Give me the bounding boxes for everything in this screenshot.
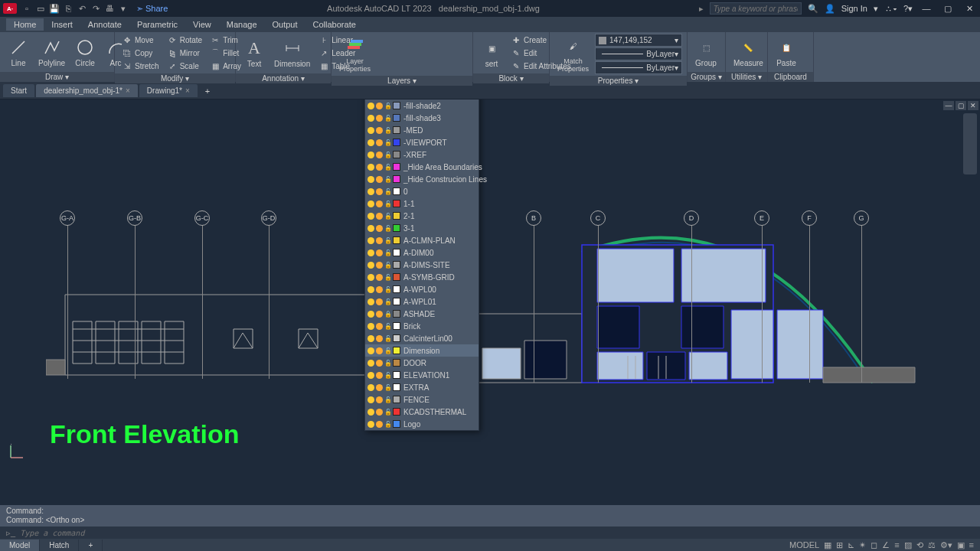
layer-row[interactable]: 🔓A-SYMB-GRID — [365, 271, 479, 283]
layer-row[interactable]: 🔓-XREF — [365, 148, 479, 161]
layer-row[interactable]: 🔓3-1 — [365, 222, 479, 234]
tab-parametric[interactable]: Parametric — [129, 18, 185, 31]
scale-button[interactable]: ⤢Scale — [165, 60, 204, 72]
close-icon[interactable]: × — [126, 86, 130, 95]
file-tab-dealership[interactable]: dealership_mod_obj-1*× — [36, 84, 138, 97]
close-button[interactable]: ✕ — [962, 3, 977, 14]
autodesk-icon[interactable]: ⛬▾ — [884, 4, 897, 13]
polar-toggle-icon[interactable]: ✴ — [859, 540, 866, 550]
line-button[interactable]: Line — [5, 35, 32, 69]
drawing-canvas[interactable]: — ▢ ✕ — [0, 99, 980, 505]
layer-row[interactable]: 🔓-VIEWPORT — [365, 136, 479, 148]
layer-row[interactable]: 🔓A-DIMS-SITE — [365, 259, 479, 271]
app-icon[interactable]: A· — [3, 3, 17, 14]
panel-properties-title[interactable]: Properties ▾ — [550, 76, 687, 86]
close-icon[interactable]: × — [185, 86, 190, 95]
dimension-button[interactable]: Dimension — [271, 36, 313, 70]
panel-layers-title[interactable]: Layers ▾ — [332, 76, 472, 86]
save-icon[interactable]: 💾 — [49, 3, 60, 14]
lineweight-toggle-icon[interactable]: ≡ — [894, 540, 899, 549]
tab-collaborate[interactable]: Collaborate — [305, 18, 364, 31]
search-input[interactable] — [710, 2, 802, 15]
layer-properties-button[interactable]: Layer Properties — [336, 34, 374, 74]
layer-row[interactable]: 🔓2-1 — [365, 210, 479, 222]
vp-minimize-icon[interactable]: — — [943, 101, 954, 110]
layer-row[interactable]: 🔓CalcinterLin00 — [365, 332, 479, 344]
vp-maximize-icon[interactable]: ▢ — [956, 101, 966, 110]
file-tab-drawing1[interactable]: Drawing1*× — [139, 84, 198, 97]
rotate-button[interactable]: ⟳Rotate — [165, 34, 204, 46]
layer-row[interactable]: 🔓EXTRA — [365, 381, 479, 393]
lineweight-dropdown[interactable]: ByLayer▾ — [595, 61, 682, 74]
panel-annotation-title[interactable]: Annotation ▾ — [236, 73, 331, 83]
panel-block-title[interactable]: Block ▾ — [473, 73, 549, 83]
add-layout-button[interactable]: + — [79, 540, 103, 551]
group-button[interactable]: ⬚Group — [692, 35, 720, 69]
annoscale-icon[interactable]: ⚖ — [928, 540, 936, 550]
layer-row[interactable]: 🔓-MED — [365, 124, 479, 136]
cycling-toggle-icon[interactable]: ⟲ — [916, 540, 923, 550]
mirror-button[interactable]: ⧎Mirror — [165, 47, 204, 59]
layer-row[interactable]: 🔓FENCE — [365, 393, 479, 406]
open-icon[interactable]: ▭ — [35, 3, 46, 14]
tab-insert[interactable]: Insert — [44, 18, 80, 31]
text-button[interactable]: AText — [240, 36, 268, 70]
model-tab[interactable]: Model — [0, 540, 40, 551]
copy-button[interactable]: ⿻Copy — [119, 47, 162, 59]
hatch-tab[interactable]: Hatch — [40, 540, 79, 551]
panel-draw-title[interactable]: Draw ▾ — [0, 72, 114, 82]
layer-row[interactable]: 🔓_Hide Area Boundaries — [365, 161, 479, 173]
layer-row[interactable]: 🔓A-CLMN-PLAN — [365, 234, 479, 246]
command-input[interactable] — [20, 529, 974, 537]
undo-icon[interactable]: ↶ — [77, 3, 87, 14]
share-button[interactable]: ➣ Share — [136, 4, 168, 14]
workspace-icon[interactable]: ⚙▾ — [940, 540, 952, 550]
transparency-toggle-icon[interactable]: ▨ — [904, 540, 912, 550]
panel-utilities-title[interactable]: Utilities ▾ — [726, 72, 767, 82]
layer-row[interactable]: 🔓Brick — [365, 320, 479, 332]
signin-link[interactable]: Sign In — [841, 4, 867, 13]
insert-block-button[interactable]: ▣sert — [478, 36, 505, 70]
snap-toggle-icon[interactable]: ⊞ — [836, 540, 843, 550]
layer-row[interactable]: 🔓-fill-shade3 — [365, 112, 479, 124]
plot-icon[interactable]: 🖶 — [104, 3, 115, 14]
redo-icon[interactable]: ↷ — [90, 3, 101, 14]
layer-row[interactable]: 🔓-fill-shade2 — [365, 99, 479, 112]
panel-groups-title[interactable]: Groups ▾ — [688, 72, 725, 82]
navigation-bar[interactable] — [963, 113, 977, 174]
saveas-icon[interactable]: ⎘ — [63, 3, 74, 14]
status-model[interactable]: MODEL — [789, 540, 819, 549]
help-icon[interactable]: ?▾ — [903, 4, 913, 14]
layer-row[interactable]: 🔓_Hide Construcion Lines — [365, 173, 479, 185]
clean-screen-icon[interactable]: ▣ — [957, 540, 965, 550]
layer-row[interactable]: 🔓KCADSTHERMAL — [365, 406, 479, 418]
tab-annotate[interactable]: Annotate — [80, 18, 129, 31]
layer-row[interactable]: 🔒ASHADE — [365, 308, 479, 320]
polyline-button[interactable]: Polyline — [35, 35, 68, 69]
layer-row[interactable]: 🔓Logo — [365, 418, 479, 430]
minimize-button[interactable]: — — [919, 3, 934, 14]
layer-row[interactable]: 🔓A-WPL01 — [365, 295, 479, 308]
layer-row[interactable]: 🔓0 — [365, 185, 479, 197]
osnap-toggle-icon[interactable]: ◻ — [871, 540, 877, 550]
linetype-dropdown[interactable]: ByLayer▾ — [595, 47, 682, 60]
color-dropdown[interactable]: 147,149,152▾ — [595, 34, 682, 47]
customize-icon[interactable]: ≡ — [969, 540, 974, 549]
new-tab-button[interactable]: + — [199, 84, 216, 98]
tab-manage[interactable]: Manage — [219, 18, 265, 31]
file-tab-start[interactable]: Start — [3, 84, 34, 97]
grid-toggle-icon[interactable]: ▦ — [824, 540, 831, 550]
vp-close-icon[interactable]: ✕ — [968, 101, 978, 110]
layer-row[interactable]: 🔓A-WPL00 — [365, 283, 479, 295]
circle-button[interactable]: Circle — [71, 35, 99, 69]
tab-output[interactable]: Output — [265, 18, 305, 31]
stretch-button[interactable]: ⇲Stretch — [119, 60, 162, 72]
new-icon[interactable]: ▫ — [21, 3, 32, 14]
layer-row[interactable]: 🔓A-DIM00 — [365, 246, 479, 259]
search-icon[interactable]: 🔍 — [808, 4, 818, 14]
panel-modify-title[interactable]: Modify ▾ — [115, 73, 235, 83]
match-properties-button[interactable]: 🖌Match Properties — [554, 34, 592, 74]
dropdown-icon[interactable]: ▾ — [118, 3, 129, 14]
layer-row[interactable]: 🔓1-1 — [365, 197, 479, 210]
tab-view[interactable]: View — [185, 18, 219, 31]
